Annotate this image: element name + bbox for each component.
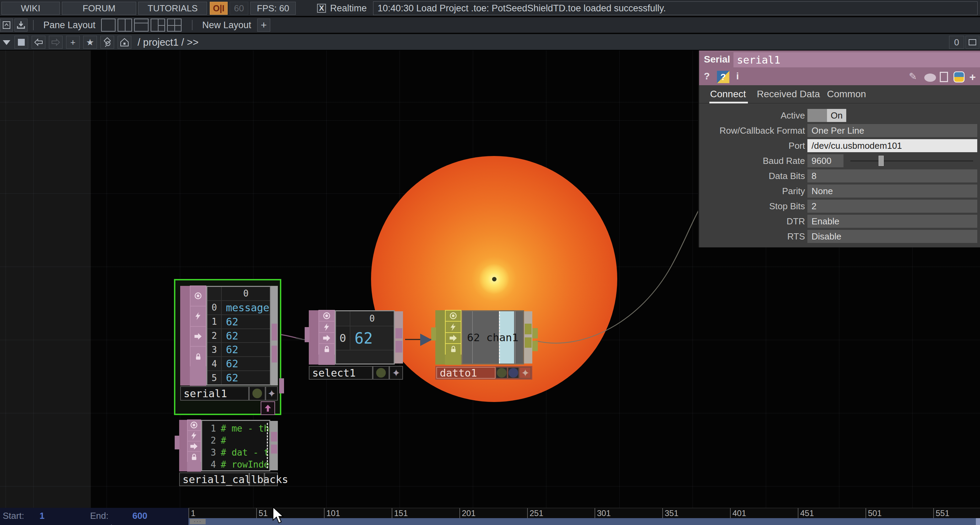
export-flag-icon[interactable] bbox=[187, 441, 201, 452]
wiki-button[interactable]: WIKI bbox=[2, 2, 60, 15]
operator-name-field[interactable]: serial1 bbox=[733, 52, 980, 67]
add-operator-button[interactable]: + bbox=[66, 36, 80, 49]
stop-bits-dropdown[interactable]: 2 bbox=[807, 200, 977, 213]
parity-dropdown[interactable]: None bbox=[807, 184, 977, 198]
star-flag-icon[interactable]: ✦ bbox=[519, 367, 531, 379]
node-datto1[interactable]: 62 chan1 bbox=[435, 310, 524, 365]
comment-bubble-icon[interactable] bbox=[924, 73, 936, 82]
baud-rate-input[interactable]: 9600 bbox=[807, 154, 843, 167]
table-scrollbar[interactable] bbox=[271, 286, 278, 385]
realtime-checkbox[interactable]: X bbox=[317, 4, 326, 13]
callbacks-input-connector[interactable] bbox=[175, 436, 180, 449]
node-select1[interactable]: 0 0 62 bbox=[309, 310, 395, 365]
render-flag-dot[interactable] bbox=[495, 367, 508, 379]
param-label[interactable]: Stop Bits bbox=[699, 200, 805, 213]
viewer-flag-icon[interactable] bbox=[190, 285, 206, 306]
info-icon[interactable]: i bbox=[736, 71, 739, 82]
datto1-output-connector[interactable] bbox=[532, 328, 538, 338]
bypass-flag-icon[interactable] bbox=[318, 321, 335, 333]
param-label[interactable]: Port bbox=[699, 139, 805, 152]
node-name-field[interactable]: serial1 bbox=[180, 386, 249, 401]
end-value[interactable]: 600 bbox=[132, 511, 147, 521]
bypass-flag-icon[interactable] bbox=[445, 321, 461, 333]
edit-comment-icon[interactable]: ✎ bbox=[909, 71, 917, 82]
breadcrumb-path[interactable]: / project1 / >> bbox=[138, 37, 199, 48]
back-arrow-button[interactable] bbox=[32, 36, 45, 49]
layout-single-button[interactable] bbox=[101, 19, 116, 32]
python-mode-icon[interactable] bbox=[953, 71, 964, 82]
pane-type-dropdown-icon[interactable] bbox=[3, 40, 10, 45]
select1-table-viewer[interactable]: 0 0 62 bbox=[335, 310, 395, 365]
node-name-field[interactable]: datto1 bbox=[436, 367, 495, 379]
param-label[interactable]: Data Bits bbox=[699, 170, 805, 182]
rend-value[interactable]: 600 bbox=[132, 523, 147, 525]
parent-shortcut-arrow[interactable] bbox=[261, 401, 275, 415]
viewer-flag-icon[interactable] bbox=[187, 420, 201, 431]
collapse-pane-icon[interactable] bbox=[0, 19, 13, 32]
param-label[interactable]: Active bbox=[699, 109, 805, 122]
tab-common[interactable]: Common bbox=[827, 89, 866, 100]
bypass-flag-icon[interactable] bbox=[190, 306, 206, 327]
serial1-output-connector[interactable] bbox=[279, 378, 284, 393]
home-button[interactable] bbox=[118, 36, 131, 49]
export-flag-icon[interactable] bbox=[445, 332, 461, 344]
callbacks-code-viewer[interactable]: 1# me - th 2# 3# dat - t 4# rowInde bbox=[201, 420, 270, 471]
layout-two-columns-button[interactable] bbox=[118, 19, 132, 32]
active-toggle-track[interactable] bbox=[807, 109, 827, 122]
timeline-range-bar[interactable]: ··· bbox=[188, 518, 980, 525]
search-network-button[interactable] bbox=[100, 36, 114, 49]
viewer-flag-icon[interactable] bbox=[318, 310, 335, 322]
export-flag-icon[interactable] bbox=[190, 326, 206, 347]
select1-output-connector[interactable] bbox=[395, 328, 402, 338]
dtr-dropdown[interactable]: Enable bbox=[807, 215, 977, 228]
layout-right-split-button[interactable] bbox=[151, 19, 165, 32]
node-name-field[interactable]: serial1_callbacks bbox=[179, 473, 249, 486]
port-input[interactable]: /dev/cu.usbmodem101 bbox=[807, 139, 977, 152]
forum-button[interactable]: FORUM bbox=[62, 2, 136, 15]
baud-slider-track[interactable] bbox=[850, 160, 973, 162]
python-help-icon[interactable]: ? bbox=[717, 71, 729, 83]
param-label[interactable]: DTR bbox=[699, 215, 805, 228]
forward-arrow-button[interactable] bbox=[49, 36, 63, 49]
render-flag-dot[interactable] bbox=[373, 366, 389, 380]
tab-received-data[interactable]: Received Data bbox=[757, 89, 820, 100]
rts-dropdown[interactable]: Disable bbox=[807, 230, 977, 243]
help-icon[interactable]: ? bbox=[704, 71, 710, 82]
range-bar-handle[interactable]: ··· bbox=[190, 519, 206, 524]
datto1-chop-viewer[interactable]: 62 chan1 bbox=[461, 310, 524, 365]
layout-top-split-button[interactable] bbox=[134, 19, 148, 32]
format-dropdown[interactable]: One Per Line bbox=[807, 124, 977, 137]
copy-parameters-icon[interactable] bbox=[940, 72, 948, 82]
bypass-flag-icon[interactable] bbox=[187, 430, 201, 441]
datto1-input-connector[interactable] bbox=[431, 327, 436, 341]
node-serial1[interactable]: 0 0 message 1 62 2 62 3 62 bbox=[174, 279, 281, 415]
lock-flag-icon[interactable] bbox=[318, 343, 335, 355]
layout-quad-button[interactable] bbox=[167, 19, 181, 32]
dock-window-icon[interactable] bbox=[14, 19, 27, 32]
data-bits-dropdown[interactable]: 8 bbox=[807, 170, 977, 182]
lock-flag-icon[interactable] bbox=[445, 343, 461, 355]
render-flag-dot[interactable] bbox=[249, 386, 266, 401]
midi-oi-toggle[interactable]: O|I bbox=[210, 2, 228, 15]
start-value[interactable]: 1 bbox=[40, 511, 45, 521]
timeline-ruler[interactable]: 1 51 101 151 201 251 301 351 401 451 501… bbox=[188, 508, 980, 518]
viewer-flag-icon[interactable] bbox=[445, 310, 461, 322]
display-flag-dot[interactable] bbox=[508, 367, 520, 379]
param-label[interactable]: Row/Callback Format bbox=[699, 124, 805, 137]
bookmark-star-button[interactable]: ★ bbox=[83, 36, 97, 49]
param-label[interactable]: Baud Rate bbox=[699, 154, 805, 167]
rstart-value[interactable]: 1 bbox=[40, 523, 45, 525]
node-serial1-callbacks[interactable]: 1# me - th 2# 3# dat - t 4# rowInde bbox=[179, 420, 270, 471]
export-flag-icon[interactable] bbox=[318, 332, 335, 344]
param-label[interactable]: Parity bbox=[699, 184, 805, 198]
range-bar-right-cap[interactable] bbox=[976, 518, 980, 525]
star-flag-icon[interactable]: ✦ bbox=[389, 366, 403, 380]
node-name-field[interactable]: select1 bbox=[309, 366, 373, 380]
network-overlay-count[interactable]: 0 bbox=[949, 36, 964, 49]
select1-input-connector[interactable] bbox=[305, 327, 309, 342]
active-toggle-on[interactable]: On bbox=[827, 109, 846, 122]
tab-connect[interactable]: Connect bbox=[710, 89, 746, 100]
select1-output-connector2[interactable] bbox=[395, 341, 402, 352]
baud-slider-handle[interactable] bbox=[878, 155, 884, 166]
stop-button[interactable] bbox=[14, 36, 28, 49]
